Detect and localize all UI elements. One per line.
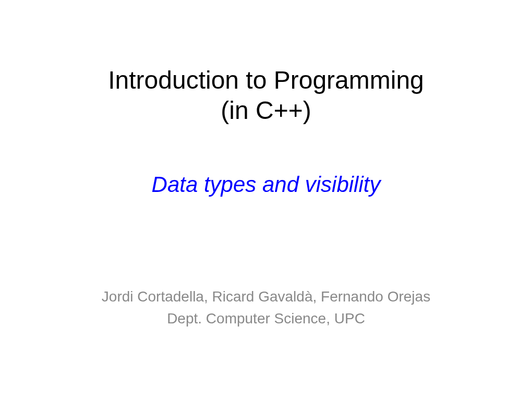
authors-line-2: Dept. Computer Science, UPC	[102, 308, 430, 330]
title-line-1: Introduction to Programming	[108, 65, 424, 95]
slide-authors: Jordi Cortadella, Ricard Gavaldà, Fernan…	[102, 286, 430, 330]
slide-subtitle: Data types and visibility	[152, 172, 381, 197]
slide-title: Introduction to Programming (in C++)	[108, 65, 424, 125]
title-line-2: (in C++)	[108, 95, 424, 126]
authors-line-1: Jordi Cortadella, Ricard Gavaldà, Fernan…	[102, 286, 430, 308]
